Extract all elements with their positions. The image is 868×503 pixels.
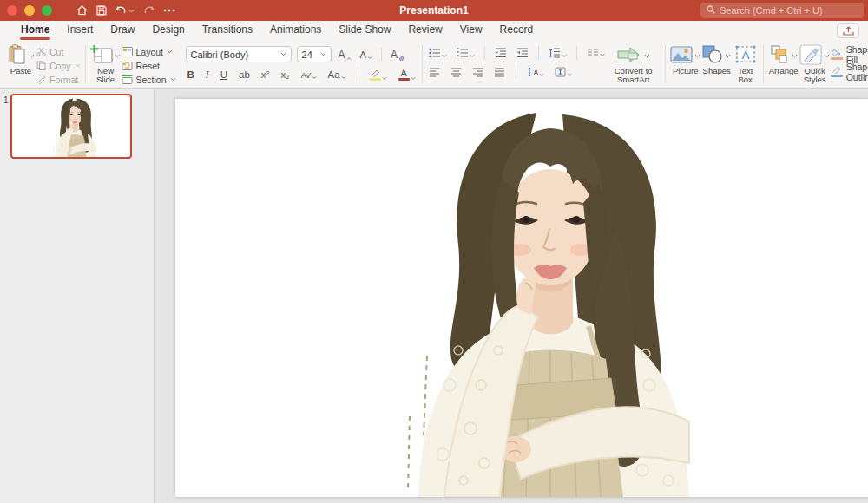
shrink-font-button[interactable]: A <box>358 49 374 60</box>
bold-button[interactable]: B <box>186 69 196 80</box>
reset-icon <box>122 61 133 70</box>
undo-button[interactable] <box>115 5 135 16</box>
text-box-button[interactable]: A Text Box <box>733 43 759 86</box>
shape-fill-icon <box>831 49 843 60</box>
change-case-button[interactable]: Aa <box>326 69 348 80</box>
title-bar: Presentation1 Search (Cmd + Ctrl + U) <box>0 0 868 21</box>
grow-font-button[interactable]: A <box>337 49 353 61</box>
strikethrough-button[interactable]: ab <box>237 69 252 80</box>
format-painter-button[interactable]: Format <box>36 74 81 85</box>
shape-outline-button[interactable]: Shape Outline <box>831 66 868 77</box>
svg-text:A: A <box>741 49 749 62</box>
eraser-icon <box>398 54 405 61</box>
numbering-button[interactable] <box>455 48 477 58</box>
font-color-button[interactable]: A <box>397 69 418 81</box>
numbered-list-icon <box>457 48 469 58</box>
text-box-icon: A <box>735 45 756 65</box>
quick-styles-icon <box>799 44 822 67</box>
superscript-button[interactable]: x² <box>260 69 272 80</box>
ribbon: Paste Cut Copy Format New Slide <box>0 40 868 89</box>
text-highlight-button[interactable] <box>368 69 389 81</box>
clear-formatting-button[interactable]: A <box>389 49 407 61</box>
copy-button[interactable]: Copy <box>36 60 81 71</box>
format-brush-icon <box>36 75 46 84</box>
slide-thumbnail-image <box>49 96 101 157</box>
picture-icon <box>670 46 693 65</box>
copy-icon <box>36 61 46 70</box>
font-color-swatch <box>398 78 410 81</box>
section-icon <box>122 75 133 84</box>
powerpoint-window: Presentation1 Search (Cmd + Ctrl + U) Ho… <box>0 0 868 503</box>
save-icon[interactable] <box>96 5 107 16</box>
slide-thumbnail-panel: 1 <box>0 89 155 503</box>
text-direction-button[interactable] <box>525 67 546 77</box>
tab-draw[interactable]: Draw <box>102 21 143 40</box>
share-icon <box>843 26 854 36</box>
bullets-button[interactable] <box>427 48 449 58</box>
more-commands-icon[interactable] <box>163 9 175 12</box>
align-text-button[interactable] <box>553 67 574 77</box>
tab-transitions[interactable]: Transitions <box>194 21 261 40</box>
columns-button[interactable] <box>585 49 607 57</box>
ribbon-tab-bar: Home Insert Draw Design Transitions Anim… <box>0 21 868 40</box>
section-button[interactable]: Section <box>122 74 176 85</box>
paste-clipboard-icon <box>8 44 27 67</box>
cut-button[interactable]: Cut <box>36 46 81 57</box>
increase-indent-button[interactable] <box>515 48 530 58</box>
font-size-select[interactable]: 24 <box>297 46 332 62</box>
slide-editing-surface[interactable] <box>175 99 868 497</box>
tab-review[interactable]: Review <box>399 21 450 40</box>
window-controls <box>7 5 52 16</box>
close-window-button[interactable] <box>7 5 17 16</box>
tab-view[interactable]: View <box>451 21 491 40</box>
search-input[interactable]: Search (Cmd + Ctrl + U) <box>700 3 864 18</box>
paste-button[interactable]: Paste <box>5 43 36 76</box>
justify-button[interactable] <box>492 68 507 77</box>
decrease-indent-button[interactable] <box>493 48 509 58</box>
shape-outline-icon <box>831 66 843 77</box>
tab-home[interactable]: Home <box>12 21 58 40</box>
scissors-icon <box>36 47 46 56</box>
character-spacing-button[interactable]: AV <box>299 70 319 80</box>
convert-to-smartart-button[interactable]: Convert to SmartArt <box>607 43 661 86</box>
reset-button[interactable]: Reset <box>122 60 176 71</box>
picture-button[interactable]: Picture <box>670 43 701 76</box>
layout-button[interactable]: Layout <box>122 46 176 57</box>
quick-access-toolbar <box>76 5 175 16</box>
minimize-window-button[interactable] <box>24 5 35 16</box>
quick-styles-button[interactable]: Quick Styles <box>799 43 831 86</box>
new-slide-button[interactable]: New Slide <box>90 43 122 86</box>
search-placeholder: Search (Cmd + Ctrl + U) <box>720 5 823 16</box>
share-button[interactable] <box>837 23 859 38</box>
search-icon <box>707 5 715 16</box>
line-spacing-button[interactable] <box>547 48 569 58</box>
bullet-list-icon <box>429 48 441 58</box>
tab-design[interactable]: Design <box>143 21 193 40</box>
new-slide-icon <box>90 45 113 66</box>
shape-fill-button[interactable]: Shape Fill <box>831 49 868 60</box>
align-right-button[interactable] <box>470 68 485 77</box>
subscript-button[interactable]: x₂ <box>279 69 291 80</box>
tab-record[interactable]: Record <box>491 21 542 40</box>
redo-button[interactable] <box>143 5 155 16</box>
layout-icon <box>122 47 133 56</box>
align-left-button[interactable] <box>427 68 442 77</box>
tab-insert[interactable]: Insert <box>58 21 102 40</box>
underline-button[interactable]: U <box>219 69 229 80</box>
tab-animations[interactable]: Animations <box>261 21 330 40</box>
slide-number: 1 <box>3 95 9 105</box>
main-area: 1 <box>0 89 868 503</box>
slide-1-thumbnail[interactable] <box>10 94 132 159</box>
tab-slide-show[interactable]: Slide Show <box>330 21 399 40</box>
shapes-button[interactable]: Shapes <box>701 43 733 76</box>
font-name-select[interactable]: Calibri (Body) <box>186 46 292 62</box>
align-center-button[interactable] <box>449 68 464 77</box>
home-icon[interactable] <box>76 5 88 16</box>
arrange-icon <box>769 45 790 66</box>
zoom-window-button[interactable] <box>42 5 52 16</box>
italic-button[interactable]: I <box>204 69 211 80</box>
arrange-button[interactable]: Arrange <box>768 43 799 76</box>
woman-portrait-image[interactable] <box>398 99 703 497</box>
slide-canvas[interactable] <box>155 89 868 503</box>
shapes-icon <box>702 45 723 65</box>
